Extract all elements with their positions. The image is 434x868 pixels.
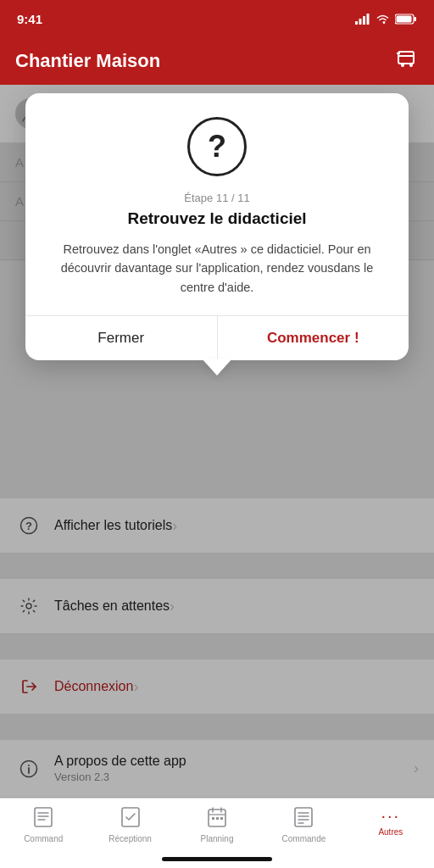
autres-tab-icon: ··· <box>381 807 400 824</box>
app-title: Chantier Maison <box>15 50 160 72</box>
question-icon: ? <box>187 117 247 176</box>
battery-icon <box>395 14 417 25</box>
commande-tab-label: Commande <box>282 834 326 843</box>
commande-tab-icon <box>292 807 314 831</box>
home-indicator <box>162 857 272 861</box>
wifi-icon <box>376 14 390 25</box>
svg-rect-31 <box>220 817 223 820</box>
svg-rect-1 <box>359 19 362 25</box>
svg-rect-2 <box>363 16 365 25</box>
tab-commande[interactable]: Commande <box>260 807 347 843</box>
app-header: Chantier Maison <box>0 37 434 85</box>
tab-autres[interactable]: ··· Autres <box>348 807 434 837</box>
modal-footer: Fermer Commencer ! <box>25 315 409 360</box>
svg-rect-30 <box>216 817 219 820</box>
modal-description: Retrouvez dans l'onglet «Autres » ce did… <box>46 240 388 297</box>
command-tab-label: Command <box>24 834 63 843</box>
signal-icon <box>355 14 370 25</box>
svg-rect-0 <box>355 21 358 25</box>
close-button[interactable]: Fermer <box>25 316 218 360</box>
receptionn-tab-label: Réceptionn <box>108 834 152 843</box>
status-time: 9:41 <box>17 12 42 26</box>
modal-arrow <box>202 359 232 376</box>
svg-rect-29 <box>212 817 214 820</box>
start-button[interactable]: Commencer ! <box>218 316 409 360</box>
tab-command[interactable]: Command <box>0 807 86 843</box>
status-icons <box>355 14 417 25</box>
planning-tab-icon <box>206 807 228 831</box>
cart-icon[interactable] <box>395 47 419 76</box>
command-tab-icon <box>32 807 54 831</box>
svg-rect-5 <box>415 17 417 21</box>
status-bar: 9:41 <box>0 0 434 37</box>
svg-rect-3 <box>367 14 370 25</box>
receptionn-tab-icon <box>120 807 142 831</box>
tab-planning[interactable]: Planning <box>174 807 260 843</box>
svg-point-10 <box>409 64 413 67</box>
main-content: Beniamin SAINT-SEVER › A A ? Étape 11 / … <box>0 85 434 798</box>
svg-rect-7 <box>398 52 414 64</box>
svg-rect-20 <box>35 808 52 826</box>
svg-point-9 <box>401 64 404 67</box>
autres-tab-label: Autres <box>378 827 403 837</box>
planning-tab-label: Planning <box>201 834 234 843</box>
modal-body: ? Étape 11 / 11 Retrouvez le didacticiel… <box>25 93 409 297</box>
tab-receptionn[interactable]: Réceptionn <box>86 807 173 843</box>
modal-card: ? Étape 11 / 11 Retrouvez le didacticiel… <box>25 93 409 360</box>
modal-title: Retrouvez le didacticiel <box>46 209 388 228</box>
modal-step: Étape 11 / 11 <box>46 192 388 204</box>
svg-rect-32 <box>295 808 312 826</box>
svg-rect-6 <box>397 15 412 22</box>
